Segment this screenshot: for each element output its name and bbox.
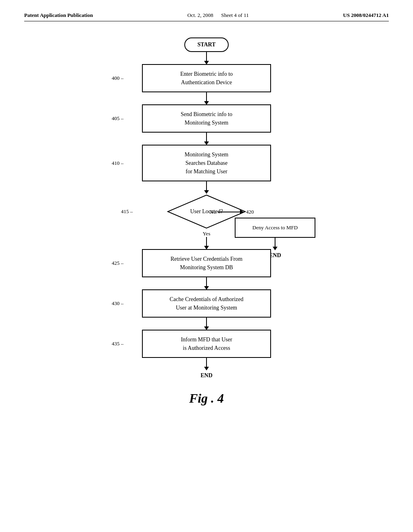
arrow-410-to-415 — [206, 181, 207, 193]
step-430-row: 430 – Cache Credentials of AuthorizedUse… — [65, 289, 348, 318]
flowchart-main-column: START 400 – Enter Biometric info toAuthe… — [65, 37, 348, 379]
arrow-yes-down — [206, 237, 207, 249]
step-425-label: 425 – — [112, 260, 123, 266]
step-400-label: 400 – — [112, 75, 123, 81]
header-publication-label: Patent Application Publication — [24, 12, 93, 19]
step-405-box: Send Biometric info toMonitoring System — [142, 104, 271, 133]
step-400-row: 400 – Enter Biometric info toAuthenticat… — [65, 64, 348, 92]
page-header: Patent Application Publication Oct. 2, 2… — [24, 12, 389, 21]
step-435-row: 435 – Inform MFD that Useris Authorized … — [65, 330, 348, 358]
step-400-box: Enter Biometric info toAuthentication De… — [142, 64, 271, 92]
arrow-400-to-405 — [206, 92, 207, 104]
step-425-row: 425 – Retrieve User Credentials FromMoni… — [65, 249, 348, 277]
end-node-final: END — [200, 372, 213, 379]
step-405-label: 405 – — [112, 115, 123, 122]
step-435-box: Inform MFD that Useris Authorized Access — [142, 330, 271, 358]
arrow-430-to-435 — [206, 318, 207, 330]
step-415-text: User Located? — [190, 208, 223, 216]
arrow-420-to-end — [275, 238, 275, 250]
step-420-label: 420 — [246, 209, 254, 215]
step-420-box: Deny Access to MFD — [235, 218, 315, 238]
step-430-box: Cache Credentials of AuthorizedUser at M… — [142, 289, 271, 318]
patent-page: Patent Application Publication Oct. 2, 2… — [0, 0, 413, 532]
flowchart-diagram: START 400 – Enter Biometric info toAuthe… — [65, 37, 348, 379]
step-410-row: 410 – Monitoring SystemSearches Database… — [65, 145, 348, 181]
arrow-425-to-430 — [206, 277, 207, 289]
step-405-row: 405 – Send Biometric info toMonitoring S… — [65, 104, 348, 133]
header-patent-number: US 2008/0244712 A1 — [343, 12, 389, 19]
start-node: START — [184, 37, 228, 52]
yes-branch: Yes — [203, 230, 211, 249]
step-425-box: Retrieve User Credentials FromMonitoring… — [142, 249, 271, 277]
step-435-label: 435 – — [112, 341, 123, 347]
header-date: Oct. 2, 2008 Sheet 4 of 11 — [187, 12, 248, 19]
step-430-label: 430 – — [112, 300, 123, 307]
no-arrow-head — [240, 210, 244, 214]
arrow-435-to-end — [206, 358, 207, 370]
step-410-box: Monitoring SystemSearches Databasefor Ma… — [142, 145, 271, 181]
yes-label: Yes — [203, 231, 211, 237]
arrow-405-to-410 — [206, 133, 207, 145]
figure-caption: Fig . 4 — [24, 391, 389, 406]
step-410-label: 410 – — [112, 160, 123, 166]
arrow-start-to-400 — [206, 52, 207, 64]
step-415-label: 415 – — [121, 208, 133, 215]
